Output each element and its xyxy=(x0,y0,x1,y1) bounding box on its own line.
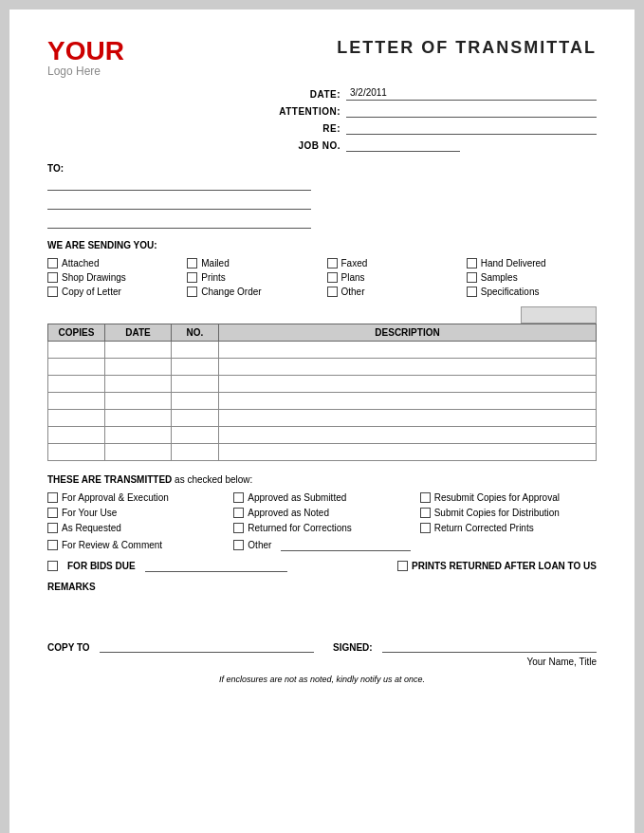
checkbox-mailed-box[interactable] xyxy=(187,258,197,268)
t-approved-noted-box[interactable] xyxy=(233,508,244,518)
bids-due-line xyxy=(145,559,287,572)
right-fields: DATE: 3/2/2011 ATTENTION: RE: JOB NO. xyxy=(274,87,597,156)
checkbox-copy-of-letter: Copy of Letter xyxy=(47,287,177,297)
cell-date xyxy=(105,376,172,393)
cell-description xyxy=(219,393,597,410)
t-for-your-use-label: For Your Use xyxy=(62,508,117,518)
checkbox-attached-label: Attached xyxy=(62,258,99,268)
to-line-2 xyxy=(47,194,311,210)
table-row xyxy=(48,444,597,461)
prints-returned-checkbox[interactable] xyxy=(397,561,408,571)
checkbox-other-box[interactable] xyxy=(327,287,338,297)
checkbox-specifications-box[interactable] xyxy=(467,287,477,297)
re-value xyxy=(346,121,597,135)
checkbox-change-order: Change Order xyxy=(187,287,317,297)
checkbox-samples: Samples xyxy=(467,272,597,283)
checkbox-hand-delivered: Hand Delivered xyxy=(467,258,597,268)
cell-description xyxy=(219,444,597,461)
copy-signed-row: COPY TO SIGNED: xyxy=(47,639,597,653)
col-header-copies: COPIES xyxy=(48,324,105,342)
checkbox-samples-box[interactable] xyxy=(467,272,477,283)
t-return-corrected-box[interactable] xyxy=(420,523,431,533)
bids-due-checkbox[interactable] xyxy=(47,561,58,571)
to-line-3 xyxy=(47,213,311,229)
t-as-requested-box[interactable] xyxy=(47,523,58,533)
checkbox-copy-of-letter-box[interactable] xyxy=(47,287,58,297)
cell-no xyxy=(172,359,219,376)
checkbox-prints-label: Prints xyxy=(201,272,226,283)
t-approval-label: For Approval & Execution xyxy=(62,492,169,503)
checkbox-prints-box[interactable] xyxy=(187,272,197,283)
prints-returned-label: PRINTS RETURNED AFTER LOAN TO US xyxy=(412,561,597,571)
t-as-requested: As Requested xyxy=(47,523,224,533)
cell-copies xyxy=(48,393,105,410)
remarks-label: REMARKS xyxy=(47,582,597,592)
attention-row: ATTENTION: xyxy=(274,104,597,118)
checkbox-samples-label: Samples xyxy=(481,272,518,283)
t-other-line xyxy=(281,538,410,551)
job-no-row: JOB NO. xyxy=(274,139,597,152)
t-for-review-box[interactable] xyxy=(47,540,58,550)
t-return-corrected-label: Return Corrected Prints xyxy=(434,523,534,533)
table-action-button[interactable] xyxy=(521,306,597,324)
cell-date xyxy=(105,427,172,444)
transmitted-header: THESE ARE TRANSMITTED as checked below: xyxy=(47,474,597,485)
cell-no xyxy=(172,393,219,410)
checkbox-attached-box[interactable] xyxy=(47,258,58,268)
checkbox-hand-delivered-label: Hand Delivered xyxy=(481,258,546,268)
checkbox-attached: Attached xyxy=(47,258,177,268)
t-approval-box[interactable] xyxy=(47,492,58,503)
attention-value xyxy=(346,104,597,118)
copy-to-line xyxy=(100,639,314,653)
checkbox-change-order-label: Change Order xyxy=(201,287,261,297)
t-for-review: For Review & Comment xyxy=(47,538,224,551)
to-line-1 xyxy=(47,176,311,191)
cell-no xyxy=(172,342,219,359)
cell-no xyxy=(172,427,219,444)
checkbox-shop-drawings: Shop Drawings xyxy=(47,272,177,283)
checkbox-change-order-box[interactable] xyxy=(187,287,197,297)
page-title: LETTER OF TRANSMITTAL xyxy=(337,38,597,58)
t-other-box[interactable] xyxy=(233,540,244,550)
checkbox-mailed: Mailed xyxy=(187,258,317,268)
re-row: RE: xyxy=(274,121,597,135)
cell-description xyxy=(219,427,597,444)
checkbox-shop-drawings-box[interactable] xyxy=(47,272,58,283)
checkbox-faxed-label: Faxed xyxy=(341,258,368,268)
cell-date xyxy=(105,359,172,376)
cell-copies xyxy=(48,376,105,393)
footer-note: If enclosures are not as noted, kindly n… xyxy=(47,675,597,684)
cell-description xyxy=(219,342,597,359)
logo-area: YOUR Logo Here xyxy=(47,38,124,78)
letter-of-transmittal: YOUR Logo Here LETTER OF TRANSMITTAL DAT… xyxy=(9,9,635,833)
cell-description xyxy=(219,359,597,376)
to-label: TO: xyxy=(47,163,311,174)
title-area: LETTER OF TRANSMITTAL xyxy=(337,38,597,58)
t-for-your-use-box[interactable] xyxy=(47,508,58,518)
cell-date xyxy=(105,393,172,410)
t-resubmit-box[interactable] xyxy=(420,492,431,503)
table-row xyxy=(48,376,597,393)
signed-line xyxy=(382,639,597,653)
to-section: TO: xyxy=(47,163,311,229)
cell-copies xyxy=(48,427,105,444)
checkbox-mailed-label: Mailed xyxy=(201,258,229,268)
header: YOUR Logo Here LETTER OF TRANSMITTAL xyxy=(47,38,597,78)
transmitted-label-1: THESE ARE TRANSMITTED xyxy=(47,474,172,485)
t-return-corrected: Return Corrected Prints xyxy=(420,523,597,533)
t-returned-corrections: Returned for Corrections xyxy=(233,523,410,533)
t-approved-submitted-box[interactable] xyxy=(233,492,244,503)
checkbox-other: Other xyxy=(327,287,457,297)
t-submit-copies-box[interactable] xyxy=(420,508,431,518)
logo-your: YOUR xyxy=(47,38,124,65)
cell-no xyxy=(172,444,219,461)
transmittal-table: COPIES DATE NO. DESCRIPTION xyxy=(47,324,597,461)
t-for-your-use: For Your Use xyxy=(47,508,224,518)
checkbox-faxed-box[interactable] xyxy=(327,258,338,268)
logo-sub: Logo Here xyxy=(47,65,101,78)
checkbox-plans-box[interactable] xyxy=(327,272,338,283)
cell-date xyxy=(105,410,172,427)
checkbox-specifications: Specifications xyxy=(467,287,597,297)
t-returned-corrections-box[interactable] xyxy=(233,523,244,533)
checkbox-hand-delivered-box[interactable] xyxy=(467,258,477,268)
